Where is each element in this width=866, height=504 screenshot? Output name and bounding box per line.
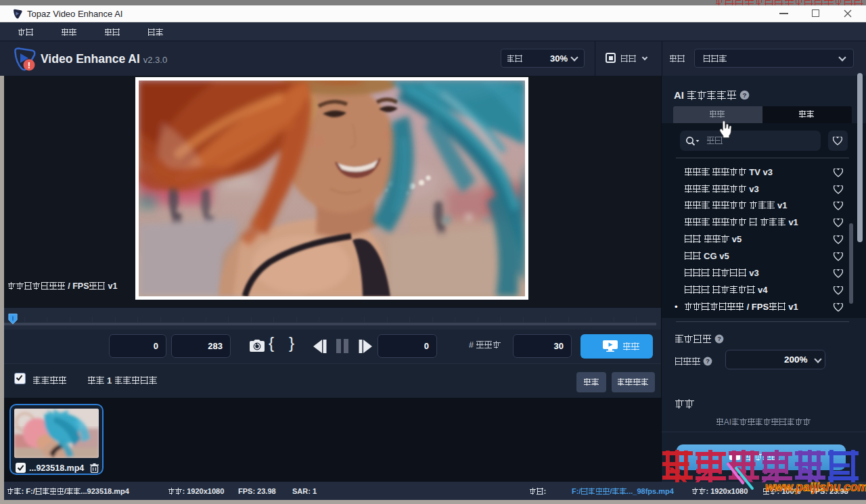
- svg-text:!: !: [28, 60, 30, 70]
- svg-text:?: ?: [717, 336, 721, 342]
- svg-text:?: ?: [706, 358, 710, 365]
